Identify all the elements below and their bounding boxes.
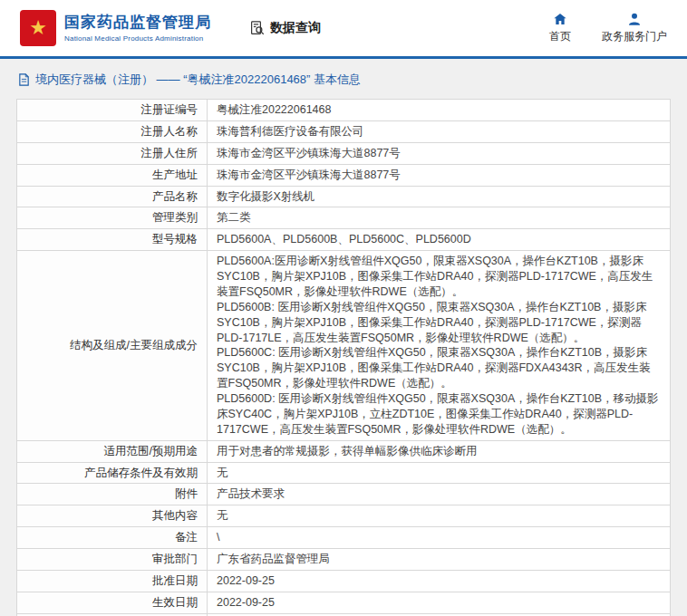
user-icon [627, 12, 642, 26]
row-value: 2022-09-25 [208, 592, 671, 613]
row-value: 粤械注准20222061468 [208, 100, 671, 121]
row-label: 注册人住所 [17, 142, 208, 164]
table-row: 批准日期 2022-09-25 [17, 570, 671, 592]
table-row: 审批部门 广东省药品监督管理局 [17, 549, 671, 571]
row-label: 产品名称 [17, 186, 208, 207]
row-label: 管理类别 [17, 207, 208, 229]
row-value: 第二类 [208, 207, 671, 229]
row-label: 结构及组成/主要组成成分 [17, 251, 208, 441]
row-label: 审批部门 [17, 549, 208, 571]
home-icon [553, 12, 567, 26]
row-value: 2022-09-25 [208, 570, 671, 592]
document-icon [18, 73, 30, 86]
table-row: 备注 \ [17, 527, 671, 549]
nmpa-logo[interactable]: ★ 国家药品监督管理局 National Medical Products Ad… [20, 10, 211, 46]
logo-text: 国家药品监督管理局 National Medical Products Admi… [64, 14, 211, 42]
row-label: 其他内容 [17, 505, 208, 527]
row-value: PLD5600A:医用诊断X射线管组件XQG50，限束器XSQ30A，操作台KZ… [208, 251, 671, 441]
row-label: 备注 [17, 527, 208, 549]
nav-home[interactable]: 首页 [549, 12, 571, 44]
site-subtitle: National Medical Products Administration [64, 34, 211, 43]
table-row: 注册人名称 珠海普利德医疗设备有限公司 [17, 120, 671, 142]
breadcrumb: 境内医疗器械（注册） —— “粤械注准20222061468” 基本信息 [18, 72, 671, 88]
header: ★ 国家药品监督管理局 National Medical Products Ad… [0, 0, 687, 56]
table-row: 产品名称 数字化摄影X射线机 [17, 186, 671, 207]
table-row: 结构及组成/主要组成成分 PLD5600A:医用诊断X射线管组件XQG50，限束… [17, 251, 671, 441]
row-value: 用于对患者的常规摄影，获得单幅影像供临床诊断用 [208, 440, 671, 462]
table-row: 注册人住所 珠海市金湾区平沙镇珠海大道8877号 [17, 142, 671, 164]
row-label: 产品储存条件及有效期 [17, 462, 208, 484]
table-row: 管理类别 第二类 [17, 207, 671, 229]
row-value: \ [208, 527, 671, 549]
row-label: 注册证编号 [17, 100, 208, 121]
data-query-label: 数据查询 [270, 20, 321, 36]
row-label: 批准日期 [17, 570, 208, 592]
row-value: 珠海普利德医疗设备有限公司 [208, 120, 671, 142]
table-row: 型号规格 PLD5600A、PLD5600B、PLD5600C、PLD5600D [17, 229, 671, 251]
table-row: 其他内容 无 [17, 505, 671, 527]
row-label: 生效日期 [17, 592, 208, 613]
table-row: 生产地址 珠海市金湾区平沙镇珠海大道8877号 [17, 164, 671, 186]
row-value: 珠海市金湾区平沙镇珠海大道8877号 [208, 164, 671, 186]
nav-data-query[interactable]: 数据查询 [249, 20, 321, 36]
nav-portal[interactable]: 政务服务门户 [602, 12, 667, 44]
row-label: 生产地址 [17, 164, 208, 186]
row-value: 无 [208, 505, 671, 527]
nav-portal-label: 政务服务门户 [602, 29, 667, 44]
table-row: 适用范围/预期用途 用于对患者的常规摄影，获得单幅影像供临床诊断用 [17, 440, 671, 462]
nav-home-label: 首页 [549, 29, 571, 44]
site-title: 国家药品监督管理局 [64, 14, 211, 32]
table-row: 注册证编号 粤械注准20222061468 [17, 100, 671, 121]
row-value: 产品技术要求 [208, 484, 671, 505]
row-value: 数字化摄影X射线机 [208, 186, 671, 207]
main-content: 境内医疗器械（注册） —— “粤械注准20222061468” 基本信息 注册证… [0, 59, 687, 616]
header-nav: 首页 政务服务门户 [549, 12, 667, 44]
table-row: 附件 产品技术要求 [17, 484, 671, 505]
row-label: 附件 [17, 484, 208, 505]
row-value: 珠海市金湾区平沙镇珠海大道8877号 [208, 142, 671, 164]
registration-info-table: 注册证编号 粤械注准20222061468 注册人名称 珠海普利德医疗设备有限公… [16, 99, 671, 616]
table-row: 产品储存条件及有效期 无 [17, 462, 671, 484]
table-row: 生效日期 2022-09-25 [17, 592, 671, 613]
row-value: PLD5600A、PLD5600B、PLD5600C、PLD5600D [208, 229, 671, 251]
row-value: 无 [208, 462, 671, 484]
row-label: 注册人名称 [17, 120, 208, 142]
data-query-icon [249, 20, 266, 36]
nmpa-emblem-icon: ★ [20, 10, 56, 46]
row-value: 广东省药品监督管理局 [208, 549, 671, 571]
row-label: 型号规格 [17, 229, 208, 251]
row-label: 适用范围/预期用途 [17, 440, 208, 462]
breadcrumb-text: 境内医疗器械（注册） —— “粤械注准20222061468” 基本信息 [35, 72, 361, 88]
